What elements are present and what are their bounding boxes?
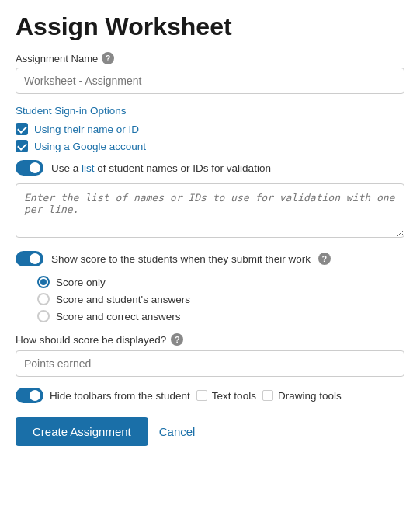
score-display-input[interactable] [16,350,404,377]
create-assignment-button[interactable]: Create Assignment [16,417,148,446]
toolbar-toggle-slider [16,388,43,403]
assignment-name-help-icon[interactable]: ? [102,52,114,64]
validation-toggle[interactable] [16,160,43,176]
toolbar-toggle-label: Hide toolbars from the student [50,390,190,402]
score-toggle-label: Show score to the students when they sub… [51,253,311,265]
score-toggle-slider [16,251,43,266]
page-title: Assign Worksheet [16,12,404,41]
google-account-checkbox[interactable] [16,140,28,152]
name-id-label[interactable]: Using their name or ID [34,124,139,135]
score-toggle[interactable] [16,251,43,266]
validation-textarea[interactable] [16,183,404,238]
score-help-icon[interactable]: ? [318,253,331,265]
validation-toggle-label: Use a list of student names or IDs for v… [51,162,271,174]
score-answers-radio[interactable] [37,293,50,305]
toolbar-toggle[interactable] [16,388,43,403]
validation-toggle-slider [16,160,43,176]
google-account-label[interactable]: Using a Google account [34,141,146,152]
score-display-help-icon[interactable]: ? [171,333,183,346]
score-answers-label[interactable]: Score and student's answers [56,294,190,305]
drawing-tools-label[interactable]: Drawing tools [278,390,342,402]
score-only-label[interactable]: Score only [56,277,106,288]
signin-section-title: Student Sign-in Options [16,105,404,117]
drawing-tools-checkbox[interactable] [262,390,273,401]
score-only-radio[interactable] [37,276,50,288]
cancel-button[interactable]: Cancel [159,417,196,446]
assignment-name-label: Assignment Name [16,53,98,64]
validation-label-link[interactable]: list [82,162,95,174]
name-id-checkbox[interactable] [16,123,28,135]
validation-label-pre: Use a [51,162,82,174]
assignment-name-input[interactable] [16,68,404,94]
text-tools-checkbox[interactable] [196,390,207,401]
score-correct-label[interactable]: Score and correct answers [56,311,181,322]
text-tools-label[interactable]: Text tools [212,390,256,402]
score-correct-radio[interactable] [37,310,50,322]
validation-label-post: of student names or IDs for validation [95,162,271,174]
score-display-label: How should score be displayed? [16,334,166,346]
